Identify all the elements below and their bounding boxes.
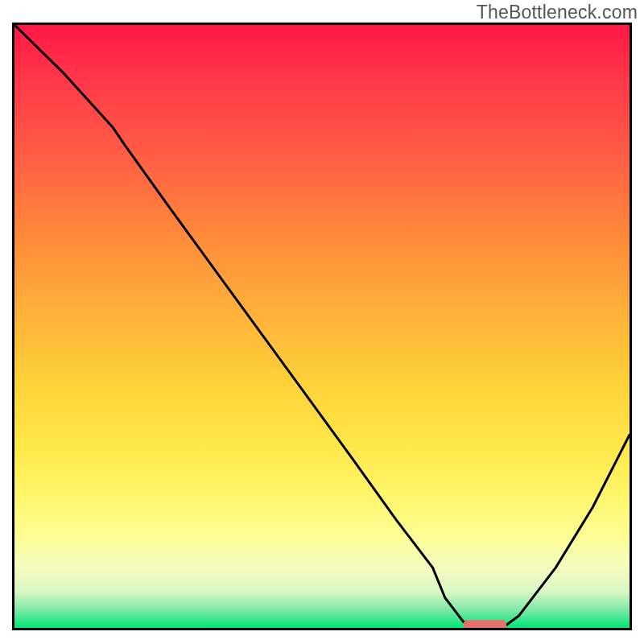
curve-layer (14, 25, 630, 628)
plot-area (12, 23, 632, 630)
watermark-text: TheBottleneck.com (477, 2, 638, 23)
bottleneck-curve (14, 25, 630, 625)
chart-frame: TheBottleneck.com (0, 0, 644, 644)
optimal-marker (464, 620, 507, 628)
